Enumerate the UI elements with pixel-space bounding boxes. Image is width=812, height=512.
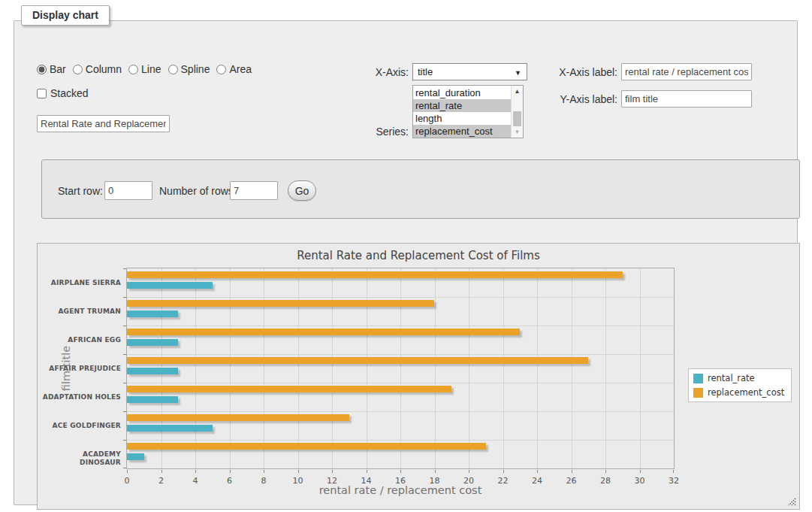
- x-axis-select-label: X-Axis:: [349, 66, 409, 78]
- y-tick-mark: [123, 383, 126, 383]
- go-button[interactable]: Go: [288, 180, 316, 201]
- radio-spline[interactable]: Spline: [168, 63, 210, 75]
- y-tick-label: ACADEMY DINOSAUR: [41, 450, 121, 467]
- bar-replacement_cost: [127, 357, 588, 364]
- row-range-panel: Start row: Number of rows: Go: [41, 159, 800, 219]
- x-tick-mark: [298, 470, 299, 473]
- gridline-vertical: [469, 268, 469, 468]
- radio-line-label: Line: [141, 63, 161, 75]
- x-tick-mark: [469, 470, 469, 473]
- y-tick-mark: [123, 440, 126, 441]
- y-tick-mark: [123, 411, 126, 412]
- bar-rental_rate: [127, 339, 178, 346]
- radio-bar[interactable]: Bar: [37, 63, 66, 75]
- gridline-vertical: [367, 268, 367, 468]
- gridline-vertical: [332, 268, 333, 468]
- select-dropdown-arrow-icon: ▼: [515, 69, 521, 77]
- y-tick-mark: [123, 468, 126, 468]
- y-tick-label: AFRICAN EGG: [41, 336, 121, 344]
- bar-rental_rate: [127, 396, 178, 403]
- y-tick-label: ACE GOLDFINGER: [41, 422, 121, 430]
- radio-line-input[interactable]: [128, 65, 138, 74]
- radio-spline-label: Spline: [181, 63, 210, 75]
- series-listbox[interactable]: rental_duration rental_rate length repla…: [412, 85, 524, 138]
- bar-replacement_cost: [127, 443, 486, 450]
- legend-entry-replacement_cost: replacement_cost: [693, 387, 784, 398]
- series-option-rental-duration[interactable]: rental_duration: [413, 86, 511, 99]
- x-tick-mark: [400, 470, 401, 473]
- y-tick-mark: [123, 354, 126, 355]
- radio-column-input[interactable]: [73, 65, 83, 74]
- x-tick-mark: [367, 470, 367, 473]
- x-tick-mark: [605, 470, 606, 473]
- scrollbar-up-icon[interactable]: ▲: [512, 86, 522, 96]
- chart-x-axis-title: rental rate / replacement cost: [126, 484, 675, 496]
- x-tick-mark: [640, 470, 641, 473]
- gridline-vertical: [298, 268, 299, 468]
- listbox-scrollbar[interactable]: ▲ ▼: [511, 86, 523, 138]
- chart-title-input[interactable]: [37, 115, 170, 132]
- radio-column[interactable]: Column: [73, 63, 122, 75]
- chart-container: Rental Rate and Replacement Cost of Film…: [37, 243, 800, 510]
- y-tick-mark: [123, 326, 126, 326]
- start-row-label: Start row:: [58, 185, 103, 197]
- gridline-horizontal: [127, 440, 674, 441]
- x-tick-mark: [195, 470, 196, 473]
- series-options: rental_duration rental_rate length repla…: [413, 86, 511, 138]
- radio-spline-input[interactable]: [168, 65, 178, 74]
- x-axis-select[interactable]: title ▼: [412, 63, 527, 80]
- x-axis-label-caption: X-Axis label:: [550, 66, 617, 78]
- page: Display chart Bar Column Line Spline Are…: [0, 0, 812, 512]
- y-tick-label: ADAPTATION HOLES: [41, 393, 121, 401]
- x-tick-mark: [572, 470, 572, 473]
- radio-area[interactable]: Area: [216, 63, 252, 75]
- stacked-label: Stacked: [50, 87, 89, 99]
- y-tick-mark: [123, 297, 126, 298]
- number-of-rows-input[interactable]: [230, 181, 278, 200]
- gridline-vertical: [572, 268, 572, 468]
- gridline-horizontal: [127, 297, 674, 298]
- series-listbox-label: Series:: [349, 126, 409, 138]
- stacked-checkbox[interactable]: [37, 89, 47, 98]
- series-option-rental-rate[interactable]: rental_rate: [413, 99, 511, 112]
- bar-replacement_cost: [127, 271, 623, 278]
- start-row-input[interactable]: [104, 181, 152, 200]
- series-option-replacement-cost[interactable]: replacement_cost: [413, 125, 511, 138]
- resize-handle-icon[interactable]: [787, 497, 796, 506]
- x-tick-mark: [264, 470, 264, 473]
- scrollbar-thumb[interactable]: [513, 111, 521, 126]
- fieldset-legend: Display chart: [21, 5, 110, 26]
- gridline-vertical: [195, 268, 196, 468]
- x-tick-mark: [503, 470, 504, 473]
- radio-area-input[interactable]: [216, 65, 226, 74]
- y-tick-label: AFFAIR PREJUDICE: [41, 365, 121, 373]
- legend-swatch-icon: [693, 388, 703, 398]
- bar-replacement_cost: [127, 386, 451, 392]
- gridline-vertical: [435, 268, 436, 468]
- y-axis-label-input[interactable]: [621, 90, 752, 108]
- legend-swatch-icon: [693, 374, 703, 383]
- bar-replacement_cost: [127, 414, 349, 421]
- x-tick-mark: [332, 470, 333, 473]
- series-option-length[interactable]: length: [413, 112, 511, 125]
- y-tick-label: AGENT TRUMAN: [41, 308, 121, 316]
- bar-rental_rate: [127, 425, 213, 432]
- x-axis-selected-value: title: [418, 66, 433, 77]
- x-tick-mark: [673, 470, 674, 473]
- legend-entry-rental_rate: rental_rate: [693, 373, 784, 383]
- display-chart-fieldset: Bar Column Line Spline Area Stacked: [14, 20, 798, 505]
- chart-type-radio-group: Bar Column Line Spline Area: [37, 63, 258, 75]
- y-tick-mark: [123, 268, 126, 269]
- radio-bar-input[interactable]: [37, 65, 47, 74]
- stacked-checkbox-row[interactable]: Stacked: [37, 87, 89, 99]
- radio-line[interactable]: Line: [128, 63, 161, 75]
- gridline-horizontal: [127, 354, 674, 355]
- bar-rental_rate: [127, 282, 213, 289]
- gridline-vertical: [640, 268, 641, 468]
- x-tick-mark: [127, 470, 128, 473]
- legend-label: replacement_cost: [708, 387, 784, 398]
- x-axis-label-input[interactable]: [621, 63, 752, 80]
- x-tick-mark: [537, 470, 538, 473]
- chart-legend: rental_ratereplacement_cost: [688, 368, 792, 402]
- scrollbar-down-icon[interactable]: ▼: [512, 127, 522, 137]
